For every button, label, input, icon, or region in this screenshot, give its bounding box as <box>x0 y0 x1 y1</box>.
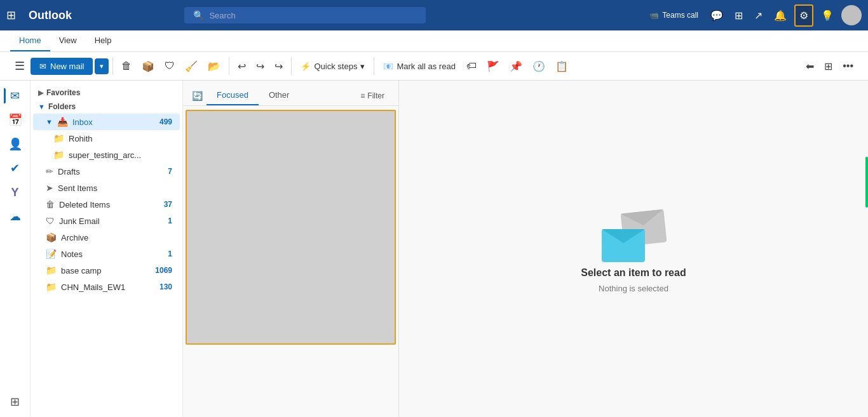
ribbon-separator-4 <box>374 57 374 75</box>
mark-all-read-button[interactable]: 📧 Mark all as read <box>378 58 460 74</box>
icon-sidebar: ✉ 📅 👤 ✔ Y ☁ ⊞ <box>0 81 31 417</box>
main-area: ✉ 📅 👤 ✔ Y ☁ ⊞ ▶ Favorites ▼ Folders ▼ 📥 … <box>0 81 868 417</box>
sidebar-item-apps[interactable]: ⊞ <box>4 390 27 413</box>
reading-pane-empty: Select an item to read Nothing is select… <box>581 205 686 293</box>
folder-item-junk[interactable]: 🛡 Junk Email 1 <box>33 213 180 229</box>
folder-item-archive[interactable]: 📦 Archive <box>33 229 180 246</box>
ribbon-tabs: Home View Help <box>0 30 868 52</box>
ribbon: Home View Help ☰ ✉ New mail ▾ 🗑 📦 🛡 🧹 📂 … <box>0 30 868 81</box>
app-logo: Outlook <box>29 9 72 22</box>
search-icon: 🔍 <box>193 10 204 20</box>
redo-button[interactable]: ↪ <box>270 57 287 76</box>
sidebar-item-contacts[interactable]: 👤 <box>4 133 27 156</box>
inbox-chevron: ▼ <box>46 118 53 126</box>
sidebar-item-onedrive[interactable]: ☁ <box>4 205 27 228</box>
email-list-tabs: 🔄 Focused Other ≡ Filter <box>183 81 398 106</box>
delete-button[interactable]: 🗑 <box>117 57 136 75</box>
lightning-icon: ⚡ <box>301 62 311 71</box>
drafts-icon: ✏ <box>46 166 53 176</box>
filter-icon: ≡ <box>360 91 365 100</box>
tab-help[interactable]: Help <box>86 30 121 51</box>
move-button[interactable]: 📂 <box>203 57 225 76</box>
chat-icon[interactable]: 💬 <box>707 6 727 25</box>
folder-item-drafts[interactable]: ✏ Drafts 7 <box>33 163 180 180</box>
share-icon[interactable]: ↗ <box>750 6 766 25</box>
teams-call-button[interactable]: 📹 Teams call <box>645 8 703 22</box>
ribbon-separator-3 <box>291 57 292 75</box>
folder-item-sent[interactable]: ➤ Sent Items <box>33 180 180 196</box>
rules-button[interactable]: 📋 <box>551 57 573 76</box>
notes-icon: 📝 <box>46 249 57 259</box>
empty-state-title: Select an item to read <box>581 267 686 279</box>
ribbon-actions: ☰ ✉ New mail ▾ 🗑 📦 🛡 🧹 📂 ↩ ↪ ↪ ⚡ Quick s… <box>0 52 868 80</box>
avatar[interactable] <box>841 5 862 25</box>
top-bar-right: 📹 Teams call 💬 ⊞ ↗ 🔔 ⚙ 💡 <box>645 4 862 27</box>
report-button[interactable]: 🛡 <box>160 57 179 75</box>
empty-state-illustration <box>602 205 665 262</box>
pin-button[interactable]: 📌 <box>505 57 527 76</box>
sent-icon: ➤ <box>46 183 53 193</box>
rohith-icon: 📁 <box>53 133 64 143</box>
settings-icon[interactable]: ⚙ <box>794 4 813 27</box>
favorites-section[interactable]: ▶ Favorites <box>31 86 182 100</box>
junk-icon: 🛡 <box>46 216 55 226</box>
search-input[interactable] <box>209 11 417 20</box>
help-icon[interactable]: 💡 <box>817 6 837 25</box>
folder-item-chn-mails[interactable]: 📁 CHN_Mails_EW1 130 <box>33 279 180 295</box>
sidebar-item-yammer[interactable]: Y <box>4 181 27 204</box>
folder-item-inbox[interactable]: ▼ 📥 Inbox 499 <box>33 114 180 130</box>
email-item[interactable] <box>186 110 396 345</box>
schedule-button[interactable]: 🕐 <box>528 57 550 76</box>
sidebar-item-calendar[interactable]: 📅 <box>4 109 27 131</box>
folder-item-super-testing[interactable]: 📁 super_testing_arc... <box>33 147 180 163</box>
folder-item-basecamp[interactable]: 📁 base camp 1069 <box>33 262 180 279</box>
folders-chevron: ▼ <box>38 103 45 110</box>
new-mail-button[interactable]: ✉ New mail <box>31 58 93 75</box>
sidebar-item-tasks[interactable]: ✔ <box>4 157 27 180</box>
basecamp-icon: 📁 <box>46 265 57 275</box>
folder-item-notes[interactable]: 📝 Notes 1 <box>33 246 180 262</box>
green-accent-bar <box>865 157 868 208</box>
grid-apps-icon[interactable]: ⊞ <box>731 6 747 25</box>
tab-home[interactable]: Home <box>10 30 50 51</box>
mail-compose-icon: ✉ <box>39 62 46 71</box>
folder-item-rohith[interactable]: 📁 Rohith <box>33 130 180 147</box>
filter-button[interactable]: ≡ Filter <box>355 89 390 103</box>
ribbon-more-button[interactable]: ••• <box>838 57 858 75</box>
quick-steps-chevron: ▾ <box>360 62 365 71</box>
tag-button[interactable]: 🏷 <box>462 57 481 75</box>
tab-other[interactable]: Other <box>259 86 300 105</box>
hamburger-button[interactable]: ☰ <box>10 56 29 76</box>
email-list-pane: 🔄 Focused Other ≡ Filter <box>183 81 399 417</box>
new-mail-dropdown[interactable]: ▾ <box>95 58 109 74</box>
folders-section[interactable]: ▼ Folders <box>31 100 182 114</box>
folder-item-deleted[interactable]: 🗑 Deleted Items 37 <box>33 196 180 213</box>
ribbon-overflow: ⬅ ⊞ ••• <box>801 57 858 76</box>
folder-pane: ▶ Favorites ▼ Folders ▼ 📥 Inbox 499 📁 Ro… <box>31 81 183 417</box>
search-bar: 🔍 <box>184 7 426 23</box>
ribbon-layout-button[interactable]: ⊞ <box>820 57 837 76</box>
app-grid-icon[interactable]: ⊞ <box>6 8 16 22</box>
undo2-button[interactable]: ↪ <box>252 57 269 76</box>
undo-button[interactable]: ↩ <box>233 57 250 76</box>
empty-state-subtitle: Nothing is selected <box>599 284 668 293</box>
front-envelope <box>602 229 645 262</box>
favorites-chevron: ▶ <box>38 89 43 97</box>
quick-steps-button[interactable]: ⚡ Quick steps ▾ <box>295 58 370 74</box>
tab-view[interactable]: View <box>50 30 86 51</box>
chn-mails-icon: 📁 <box>46 282 57 292</box>
front-envelope-flap <box>602 229 645 247</box>
flag-button[interactable]: 🚩 <box>482 57 504 76</box>
sidebar-item-mail[interactable]: ✉ <box>4 84 27 107</box>
video-icon: 📹 <box>649 11 659 20</box>
sweep-button[interactable]: 🧹 <box>180 57 202 76</box>
sync-icon[interactable]: 🔄 <box>192 91 203 101</box>
deleted-icon: 🗑 <box>46 199 55 209</box>
bell-icon[interactable]: 🔔 <box>770 6 790 25</box>
ribbon-separator-1 <box>112 57 113 75</box>
ribbon-back-button[interactable]: ⬅ <box>801 57 818 76</box>
reading-pane: Select an item to read Nothing is select… <box>399 81 868 417</box>
email-list-scroll[interactable] <box>183 106 398 417</box>
archive-button[interactable]: 📦 <box>137 57 159 76</box>
tab-focused[interactable]: Focused <box>207 86 259 105</box>
